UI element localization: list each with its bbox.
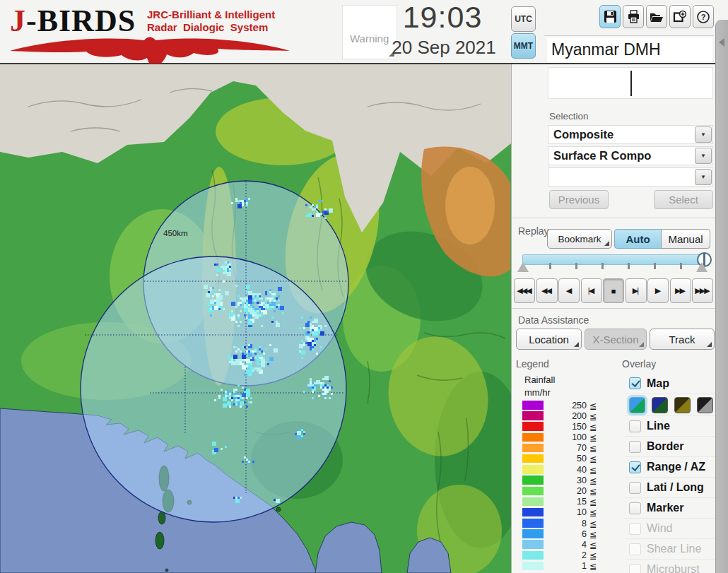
map-style-swatch[interactable] xyxy=(652,397,668,413)
legend-row: 100≦ xyxy=(519,432,611,443)
add-image-icon xyxy=(673,10,687,23)
checkbox[interactable] xyxy=(629,502,641,514)
legend-value: 50 xyxy=(545,454,587,463)
legend-operator: ≦ xyxy=(589,529,597,540)
product-dropdown-1[interactable]: Composite ▼ xyxy=(548,125,713,144)
logo-subtitle: JRC-Brilliant & IntelligentRadar Dialogi… xyxy=(147,8,275,34)
legend-row: 40≦ xyxy=(519,464,611,475)
legend-row: 50≦ xyxy=(519,454,611,464)
rewind-fast-button[interactable]: ◀◀◀ xyxy=(514,278,535,303)
legend-color-swatch xyxy=(522,497,544,507)
legend-row: 250≦ xyxy=(519,400,611,410)
jbirds-logo: J-BIRDS JRC-Brilliant & IntelligentRadar… xyxy=(7,1,311,62)
slider-tick xyxy=(628,263,630,269)
previous-button[interactable]: Previous xyxy=(549,190,609,209)
skip-start-button[interactable]: |◀ xyxy=(581,278,602,303)
forward-button[interactable]: ▶▶ xyxy=(670,278,691,303)
legend-row: 1≦ xyxy=(519,561,611,572)
bookmark-button[interactable]: Bookmark xyxy=(547,229,612,249)
playback-controls: ◀◀◀◀◀◀|◀■▶|▶▶▶▶▶▶ xyxy=(514,278,713,303)
legend-value: 200 xyxy=(545,411,587,421)
chevron-down-icon[interactable]: ▼ xyxy=(695,169,712,185)
forward-fast-button[interactable]: ▶▶▶ xyxy=(692,278,713,303)
map-style-swatch[interactable] xyxy=(629,397,645,413)
step-back-button[interactable]: ◀ xyxy=(558,278,580,303)
print-button[interactable] xyxy=(623,5,644,28)
legend-operator: ≦ xyxy=(589,443,597,454)
header-bar: J-BIRDS JRC-Brilliant & IntelligentRadar… xyxy=(0,0,728,64)
location-button[interactable]: Location xyxy=(516,329,582,350)
add-image-button[interactable] xyxy=(669,5,691,28)
legend-units: mm/hr xyxy=(524,387,551,398)
play-button[interactable]: ▶ xyxy=(647,278,669,303)
annotation-input[interactable] xyxy=(548,67,713,99)
legend-operator: ≦ xyxy=(589,561,597,572)
product-dropdown-3[interactable]: ▼ xyxy=(548,167,713,187)
legend-row: 10≦ xyxy=(519,507,611,518)
jbirds-app: J-BIRDS JRC-Brilliant & IntelligentRadar… xyxy=(0,0,728,573)
manual-mode-button[interactable]: Manual xyxy=(661,229,710,249)
checkbox xyxy=(629,543,641,555)
slider-tick xyxy=(601,263,604,269)
legend-color-swatch xyxy=(522,422,544,431)
map-style-swatch[interactable] xyxy=(674,397,691,413)
checkbox[interactable] xyxy=(629,482,641,494)
checkbox[interactable] xyxy=(629,441,641,453)
auto-mode-button[interactable]: Auto xyxy=(614,229,662,249)
selection-label: Selection xyxy=(549,111,589,122)
overlay-row-map: Map xyxy=(625,373,715,394)
legend-value: 250 xyxy=(545,401,587,410)
track-button[interactable]: Track xyxy=(650,329,715,350)
help-button[interactable]: ? xyxy=(693,5,714,28)
legend-color-swatch xyxy=(522,465,544,474)
product-dropdown-2-value: Surface R Compo xyxy=(553,149,651,163)
section-divider xyxy=(512,218,715,218)
radar-map[interactable]: 450km xyxy=(0,64,511,573)
rewind-button[interactable]: ◀◀ xyxy=(536,278,558,303)
legend-color-swatch xyxy=(522,444,544,453)
slider-start-marker[interactable] xyxy=(517,262,529,272)
mmt-button[interactable]: MMT xyxy=(511,33,536,59)
panel-collapse-strip[interactable] xyxy=(715,20,728,573)
open-folder-button[interactable] xyxy=(646,5,667,28)
site-name-field[interactable]: Myanmar DMH xyxy=(547,37,712,62)
legend-operator: ≦ xyxy=(589,432,597,443)
select-button[interactable]: Select xyxy=(654,190,713,209)
skip-end-button[interactable]: ▶| xyxy=(626,278,647,303)
legend-value: 2 xyxy=(545,550,587,560)
eagle-icon xyxy=(8,34,291,64)
save-button[interactable] xyxy=(599,5,621,28)
legend-row: 4≦ xyxy=(519,539,611,550)
clock-time: 19:03 xyxy=(393,0,492,35)
legend-row: 20≦ xyxy=(519,486,611,497)
chevron-down-icon[interactable]: ▼ xyxy=(695,126,712,143)
overlay-item-label: Range / AZ xyxy=(647,461,705,473)
chevron-down-icon[interactable]: ▼ xyxy=(695,148,712,164)
overlay-item-label: Map xyxy=(647,377,669,390)
checkbox[interactable] xyxy=(629,420,641,432)
stop-button[interactable]: ■ xyxy=(603,278,624,303)
legend-value: 40 xyxy=(545,465,587,475)
legend-operator: ≦ xyxy=(589,540,597,550)
legend-row: 6≦ xyxy=(519,528,611,539)
data-assistance-label: Data Assistance xyxy=(518,314,589,326)
legend-value: 70 xyxy=(545,443,587,453)
product-dropdown-2[interactable]: Surface R Compo ▼ xyxy=(548,146,713,165)
clock-date: 20 Sep 2021 xyxy=(387,37,500,59)
legend-value: 10 xyxy=(545,507,587,517)
product-dropdown-1-value: Composite xyxy=(553,128,613,141)
checkbox[interactable] xyxy=(629,377,641,389)
slider-end-marker[interactable] xyxy=(696,262,708,272)
checkbox[interactable] xyxy=(629,461,641,473)
checkbox xyxy=(629,523,641,535)
map-style-swatch[interactable] xyxy=(697,397,713,413)
overlay-item-label: Border xyxy=(647,440,683,453)
legend-row: 200≦ xyxy=(519,410,611,421)
legend-value: 1 xyxy=(545,561,587,571)
xsection-button[interactable]: X-Section xyxy=(585,329,647,350)
svg-text:?: ? xyxy=(701,13,706,21)
legend-operator: ≦ xyxy=(589,465,597,475)
utc-button[interactable]: UTC xyxy=(511,6,536,32)
open-folder-icon xyxy=(650,11,664,23)
save-icon xyxy=(604,10,617,23)
